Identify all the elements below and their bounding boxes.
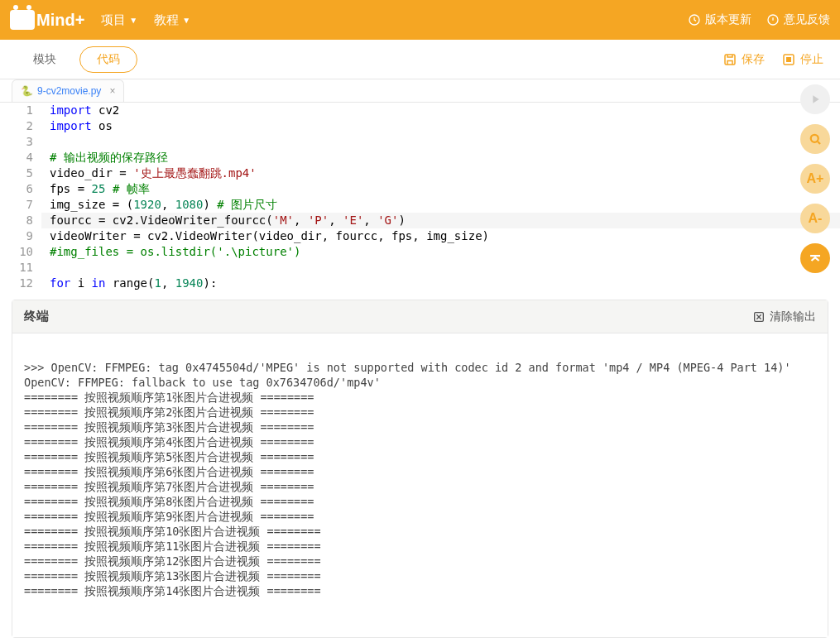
play-icon bbox=[809, 93, 822, 106]
run-button[interactable] bbox=[800, 84, 830, 114]
logo-icon bbox=[10, 10, 35, 30]
stop-button[interactable]: 停止 bbox=[781, 52, 823, 67]
file-tabs: 🐍 9-cv2movie.py × bbox=[0, 79, 840, 103]
tab-blocks[interactable]: 模块 bbox=[17, 47, 73, 72]
save-button[interactable]: 保存 bbox=[722, 52, 765, 67]
terminal-output[interactable]: >>> OpenCV: FFMPEG: tag 0x4745504d/'MPEG… bbox=[12, 333, 828, 637]
chevron-up-icon bbox=[808, 251, 823, 266]
close-icon[interactable]: × bbox=[109, 85, 115, 97]
svg-rect-2 bbox=[725, 55, 735, 65]
app-header: Mind+ 项目▼ 教程▼ 版本更新 意见反馈 bbox=[0, 0, 840, 40]
file-tab[interactable]: 🐍 9-cv2movie.py × bbox=[12, 79, 124, 102]
search-icon bbox=[808, 132, 823, 146]
logo-text: Mind+ bbox=[36, 11, 84, 30]
code-lines[interactable]: import cv2import os # 输出视频的保存路径video_dir… bbox=[41, 103, 840, 291]
file-name: 9-cv2movie.py bbox=[37, 85, 101, 97]
caret-down-icon: ▼ bbox=[182, 16, 190, 25]
toolbar: 模块 代码 保存 停止 bbox=[0, 40, 840, 79]
logo: Mind+ bbox=[10, 10, 84, 30]
save-icon bbox=[722, 52, 737, 67]
editor: 🐍 9-cv2movie.py × 123456789101112 import… bbox=[0, 79, 840, 291]
svg-rect-4 bbox=[787, 57, 791, 61]
terminal: 终端 清除输出 >>> OpenCV: FFMPEG: tag 0x474550… bbox=[12, 300, 828, 638]
editor-side-tools: A+ A- bbox=[800, 84, 830, 273]
version-update-link[interactable]: 版本更新 bbox=[688, 12, 751, 27]
tab-code[interactable]: 代码 bbox=[79, 46, 137, 73]
clear-icon bbox=[752, 310, 766, 324]
terminal-title: 终端 bbox=[24, 309, 49, 324]
scroll-top-button[interactable] bbox=[800, 243, 830, 273]
font-decrease-button[interactable]: A- bbox=[800, 204, 830, 233]
svg-point-5 bbox=[811, 135, 818, 142]
terminal-header: 终端 清除输出 bbox=[12, 300, 828, 333]
history-icon bbox=[688, 13, 701, 26]
caret-down-icon: ▼ bbox=[129, 16, 137, 25]
feedback-link[interactable]: 意见反馈 bbox=[766, 12, 830, 27]
menu-tutorial[interactable]: 教程▼ bbox=[154, 12, 190, 28]
clear-output-button[interactable]: 清除输出 bbox=[752, 309, 816, 324]
search-button[interactable] bbox=[800, 124, 830, 154]
font-increase-button[interactable]: A+ bbox=[800, 164, 830, 194]
code-area[interactable]: 123456789101112 import cv2import os # 输出… bbox=[0, 103, 840, 291]
python-icon: 🐍 bbox=[21, 85, 33, 97]
feedback-icon bbox=[766, 13, 780, 26]
menu-project[interactable]: 项目▼ bbox=[101, 12, 137, 28]
stop-icon bbox=[781, 52, 796, 67]
line-gutter: 123456789101112 bbox=[0, 103, 41, 291]
